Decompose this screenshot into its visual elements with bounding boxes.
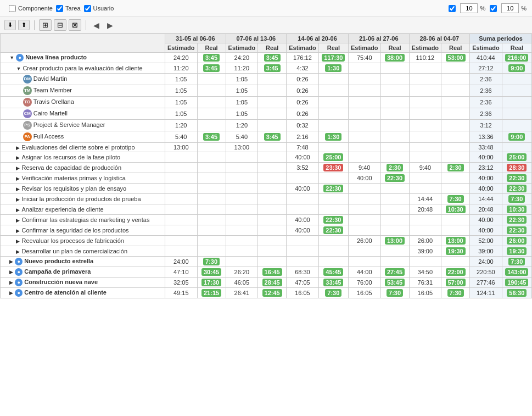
expand-arrow[interactable]: ▶	[9, 290, 13, 296]
period-5-real-cell	[441, 85, 470, 97]
period-2-est-cell	[226, 257, 258, 267]
project-label: Nuevo producto estrella	[24, 258, 93, 264]
period-2-real-cell	[258, 85, 287, 97]
task-arrow[interactable]: ▶	[16, 249, 20, 254]
period-5-real-cell	[441, 152, 470, 163]
period-1-real-cell: 7:30	[197, 257, 226, 267]
period-3-real-cell	[318, 97, 348, 108]
period-5-real-cell: 13:00	[441, 236, 470, 246]
period-2-est-cell: 24:20	[226, 53, 258, 63]
period-2-real-cell	[258, 184, 287, 194]
period-4-est-cell	[348, 225, 380, 236]
task-arrow[interactable]: ▶	[16, 218, 20, 223]
period-6-est-cell: 20:48	[470, 204, 502, 215]
period-5-real-cell: 19:30	[441, 246, 470, 257]
period-1-real-cell: 21:15	[197, 288, 226, 298]
project-label: Campaña de primavera	[24, 268, 91, 275]
row-name-cell: ▶Reserva de capacidad de producción	[1, 163, 165, 173]
period-4-real-cell	[380, 74, 409, 85]
filter-componente[interactable]: Componente	[9, 5, 53, 12]
row-name-cell: ▶Analizar experiencia de cliente	[1, 204, 165, 215]
row-name-cell: ▶●Construcción nueva nave	[1, 278, 165, 288]
period-5-real-cell	[441, 143, 470, 152]
expand-arrow[interactable]: ▶	[9, 280, 13, 285]
period-1-est-cell: 1:20	[165, 120, 198, 131]
view-btn-2[interactable]: ⊟	[54, 19, 66, 31]
row-name-cell: ▶Desarrollar un plan de comercialización	[1, 246, 165, 257]
p3-real-header: Real	[318, 43, 348, 53]
period-3-real-cell: 22:30	[318, 225, 348, 236]
view-btn-1[interactable]: ⊞	[39, 19, 52, 31]
row-name-cell: ▶Confirmar la seguridad de los productos	[1, 225, 165, 236]
bajo-umbral-input[interactable]	[501, 3, 519, 13]
task-arrow[interactable]: ▶	[16, 238, 20, 244]
filter-usuario[interactable]: Usuario	[84, 5, 114, 12]
task-arrow[interactable]: ▶	[16, 176, 20, 181]
project-label: Centro de atención al cliente	[24, 289, 107, 296]
sobre-umbral-checkbox[interactable]	[449, 5, 456, 12]
nav-fwd-btn[interactable]: ▶	[104, 20, 116, 31]
period-4-real-cell	[380, 108, 409, 120]
view-btn-3[interactable]: ⊠	[69, 19, 81, 31]
table-row: ▶●Construcción nueva nave32:0517:3046:05…	[1, 278, 532, 288]
toolbar-sep-1	[34, 20, 35, 30]
expand-arrow[interactable]: ▶	[9, 259, 13, 264]
main-table-container: 31-05 al 06-06 07-06 al 13-06 14-06 al 2…	[0, 34, 532, 298]
expand-arrow[interactable]: ▼	[9, 55, 14, 60]
table-row: ▶Verificación materias primas y logístic…	[1, 173, 532, 184]
period-4-real-cell	[380, 85, 409, 97]
period-3-est-cell	[287, 236, 319, 246]
filter-tarea[interactable]: Tarea	[56, 5, 81, 12]
p3-est-header: Estimado	[287, 43, 319, 53]
period-1-est-cell: 32:05	[165, 278, 198, 288]
expand-btn[interactable]: ⬇	[4, 20, 16, 30]
period-3-est-cell	[287, 257, 319, 267]
sobre-umbral-input[interactable]	[460, 3, 478, 13]
usuario-checkbox[interactable]	[84, 5, 91, 12]
componente-checkbox[interactable]	[9, 5, 16, 12]
period-6-real-cell: 22:30	[502, 184, 531, 194]
sobre-umbral-group[interactable]: %	[449, 3, 485, 13]
task-arrow[interactable]: ▶	[16, 228, 20, 234]
tarea-checkbox[interactable]	[56, 5, 63, 12]
period-5-est-cell	[409, 108, 441, 120]
task-arrow[interactable]: ▶	[16, 186, 20, 192]
period-5-est-cell	[409, 143, 441, 152]
user-label: Travis Orellana	[33, 98, 74, 105]
task-arrow[interactable]: ▶	[16, 207, 20, 213]
period-2-real-cell	[258, 215, 287, 225]
period-1-real-cell: 3:45	[197, 53, 226, 63]
period-2-est-cell	[226, 236, 258, 246]
period-2-real-cell	[258, 108, 287, 120]
expand-arrow[interactable]: ▶	[9, 269, 13, 275]
bajo-umbral-group[interactable]: %	[490, 3, 527, 13]
nav-back-btn[interactable]: ◀	[91, 20, 102, 31]
user-label: David Martin	[33, 75, 68, 82]
task-arrow[interactable]: ▶	[16, 145, 20, 151]
top-bar: Componente Tarea Usuario % %	[0, 0, 532, 17]
period-1-est-cell: 1:05	[165, 108, 198, 120]
bajo-umbral-checkbox[interactable]	[490, 5, 497, 12]
period-2-real-cell	[258, 173, 287, 184]
period-1-real-cell	[197, 85, 226, 97]
task-arrow[interactable]: ▼	[16, 66, 21, 71]
task-arrow[interactable]: ▶	[16, 165, 20, 171]
task-arrow[interactable]: ▶	[16, 197, 20, 202]
period-2-est-cell	[226, 173, 258, 184]
period-3-header: 14-06 al 20-06	[287, 34, 349, 43]
period-1-est-cell: 24:00	[165, 257, 198, 267]
period-2-est-cell	[226, 246, 258, 257]
period-4-real-cell	[380, 143, 409, 152]
collapse-btn[interactable]: ⬆	[18, 20, 30, 30]
period-6-real-cell: 28:30	[502, 163, 531, 173]
period-3-real-cell: 23:30	[318, 163, 348, 173]
task-arrow[interactable]: ▶	[16, 155, 20, 160]
avatar: CM	[23, 109, 32, 118]
period-5-real-cell: 7:30	[441, 194, 470, 204]
period-3-real-cell: 7:30	[318, 288, 348, 298]
period-3-est-cell: 40:00	[287, 215, 319, 225]
period-3-real-cell	[318, 85, 348, 97]
period-3-est-cell	[287, 246, 319, 257]
period-6-est-cell: 124:11	[470, 288, 502, 298]
period-6-est-cell: 23:12	[470, 163, 502, 173]
